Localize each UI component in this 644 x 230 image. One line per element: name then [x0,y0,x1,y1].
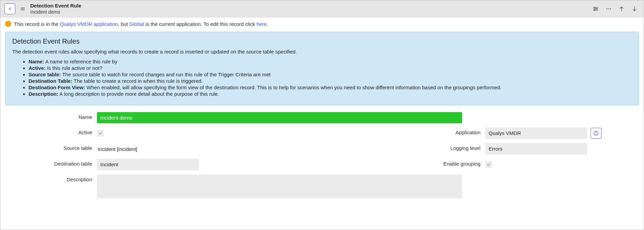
info-list-item: Name: A name to reference this rule by [29,59,632,64]
info-item-label: Active: [29,65,46,71]
check-icon [98,131,102,135]
current-scope-link[interactable]: Global [129,21,144,27]
name-row: Name Incident demo [5,112,639,123]
svg-point-9 [606,8,607,9]
active-control [97,130,322,137]
cross-scope-alert: ! This record is in the Qualys VMDR appl… [0,17,644,30]
application-info-button[interactable] [591,128,601,139]
description-label: Description [5,174,97,182]
destination-table-field: Incident [97,159,199,170]
enable-grouping-col: Enable grouping [322,159,639,170]
ellipsis-icon [606,6,612,12]
active-checkbox [97,130,104,137]
svg-point-4 [594,7,595,8]
arrow-down-icon [631,6,638,12]
application-link[interactable]: Qualys VMDR application [60,21,118,27]
name-control: Incident demo [97,112,639,123]
name-label: Name [5,112,97,120]
info-panel: Detection Event Rules The detection even… [5,32,639,105]
description-row: Description [5,174,639,198]
destination-grouping-row: Destination table Incident Enable groupi… [5,159,639,170]
back-button[interactable] [4,3,15,14]
logging-level-control: Errors [485,143,639,155]
description-field [97,174,462,198]
content-area: Detection Event Rules The detection even… [0,30,644,203]
name-field[interactable]: Incident demo [97,112,462,123]
enable-grouping-label: Enable grouping [322,159,485,167]
info-panel-description: The detection event rules allow specifyi… [12,49,632,55]
destination-table-control: Incident [97,159,322,170]
info-item-label: Description: [29,91,58,97]
info-list-item: Active: Is this rule active or not? [29,65,632,71]
info-item-text: A name to reference this rule by [44,59,117,64]
logging-level-col: Logging level Errors [322,143,639,155]
info-list-item: Source table: The source table to watch … [29,72,632,77]
source-table-value: Incident [incident] [97,144,138,154]
application-field: Qualys VMDR [485,127,587,139]
alert-text: This record is in the Qualys VMDR applic… [14,21,268,27]
form-menu-button[interactable] [19,5,27,13]
svg-point-11 [610,8,611,9]
info-list-item: Description: A long description to provi… [29,91,632,97]
info-item-label: Source table: [29,72,61,77]
page-title: Detection Event Rule [30,2,81,9]
header-left: Detection Event Rule Incident demo [4,2,81,15]
chevron-left-icon [7,6,12,11]
page-subtitle: Incident demo [30,9,81,15]
page-header: Detection Event Rule Incident demo [0,0,644,17]
warning-icon: ! [5,21,11,27]
arrow-up-icon [618,6,625,12]
svg-point-6 [596,8,597,9]
alert-segment: . [267,21,268,27]
destination-table-col: Destination table Incident [5,159,322,170]
info-list-item: Destination Table: The table to create a… [29,78,632,84]
active-col: Active [5,127,322,139]
description-control [97,174,639,198]
enable-grouping-control [485,161,639,168]
next-record-button[interactable] [631,6,638,12]
info-icon [593,131,599,136]
info-item-text: The table to create a record in when thi… [72,78,203,84]
info-item-text: Is this rule active or not? [46,65,102,71]
source-table-col: Source table Incident [incident] [5,143,322,155]
info-list-item: Destination Form View: When enabled, wil… [29,85,632,90]
sliders-icon [593,6,599,12]
info-item-text: The source table to watch for record cha… [61,72,271,77]
alert-segment: , but [118,21,129,27]
svg-point-8 [594,10,595,11]
header-right [593,6,640,12]
enable-grouping-checkbox [485,161,492,168]
logging-level-field: Errors [485,143,587,155]
settings-button[interactable] [593,6,599,12]
info-panel-title: Detection Event Rules [12,37,632,45]
menu-icon [20,6,26,12]
application-label: Application [322,127,485,135]
svg-point-10 [608,8,609,9]
destination-table-label: Destination table [5,159,97,167]
active-label: Active [5,127,97,135]
more-actions-button[interactable] [606,6,612,12]
info-item-label: Destination Table: [29,78,72,84]
application-control: Qualys VMDR [485,127,639,139]
source-logging-row: Source table Incident [incident] Logging… [5,143,639,155]
info-list: Name: A name to reference this rule by A… [12,59,632,97]
form: Name Incident demo Active Application Qu… [5,112,639,198]
previous-record-button[interactable] [618,6,625,12]
source-table-label: Source table [5,143,97,151]
alert-segment: is the current application. To edit this… [144,21,257,27]
info-item-label: Name: [29,59,44,64]
edit-here-link[interactable]: here [256,21,267,27]
info-item-label: Destination Form View: [29,85,85,90]
title-block: Detection Event Rule Incident demo [30,2,81,15]
active-application-row: Active Application Qualys VMDR [5,127,639,139]
alert-segment: This record is in the [14,21,60,27]
check-icon [487,163,491,167]
svg-point-16 [596,132,596,132]
source-table-control: Incident [incident] [97,144,322,154]
logging-level-label: Logging level [322,143,485,151]
application-col: Application Qualys VMDR [322,127,639,139]
info-item-text: When enabled, will allow specifying the … [85,85,501,90]
info-item-text: A long description to provide more detai… [58,91,219,97]
